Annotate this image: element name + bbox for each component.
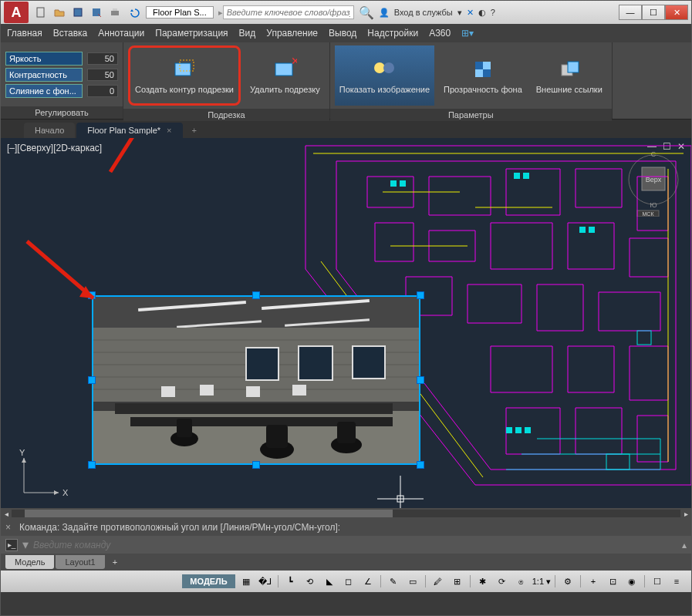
grip-bot-right[interactable] <box>417 461 424 469</box>
cmd-close-icon[interactable]: × <box>5 522 11 533</box>
menu-annotate[interactable]: Аннотации <box>98 28 144 39</box>
fade-label[interactable]: Слияние с фон... <box>5 84 83 98</box>
tpy-icon[interactable]: ▭ <box>404 573 421 590</box>
open-icon[interactable] <box>52 5 67 20</box>
ws-icon[interactable]: ⚙ <box>559 573 576 590</box>
brightness-label[interactable]: Яркость <box>5 52 83 66</box>
fade-value[interactable]: 0 <box>87 85 118 97</box>
angle-icon[interactable]: ∠ <box>360 573 376 590</box>
customize-icon[interactable]: ≡ <box>668 573 685 590</box>
create-clip-button[interactable]: Создать контур подрезки <box>128 45 241 106</box>
ann-vis-icon[interactable]: ✱ <box>474 573 491 590</box>
contrast-value[interactable]: 50 <box>87 69 118 81</box>
grip-bot-mid[interactable] <box>252 461 260 469</box>
view-label[interactable]: [–][Сверху][2D-каркас] <box>7 143 102 153</box>
ortho-icon[interactable]: ┗ <box>282 573 299 590</box>
hw-icon[interactable]: ◉ <box>623 573 640 590</box>
panel-clip: Создать контур подрезки ✕ Удалить подрез… <box>123 42 330 119</box>
svg-rect-23 <box>637 331 651 345</box>
iso-icon[interactable]: ⊡ <box>604 573 621 590</box>
search-input[interactable] <box>223 5 354 19</box>
isodraft-icon[interactable]: ◣ <box>321 573 338 590</box>
menu-insert[interactable]: Вставка <box>53 28 88 39</box>
close-button[interactable]: ✕ <box>665 5 688 20</box>
menu-a360[interactable]: A360 <box>429 28 451 39</box>
document-title[interactable]: Floor Plan S... <box>146 6 214 19</box>
a360-icon[interactable]: ◐ <box>478 8 486 18</box>
ann-scale-icon[interactable]: ⍟ <box>513 573 530 590</box>
grip-bot-left[interactable] <box>88 461 96 469</box>
grip-mid-right[interactable] <box>417 376 424 384</box>
layout-add[interactable]: + <box>106 555 123 569</box>
menu-output[interactable]: Вывод <box>329 28 356 39</box>
minimize-button[interactable]: — <box>619 5 642 20</box>
menu-view[interactable]: Вид <box>239 28 256 39</box>
svg-rect-15 <box>568 62 579 72</box>
layout-tab-layout1[interactable]: Layout1 <box>56 555 104 569</box>
cmd-prompt-icon[interactable]: ▸_ <box>5 539 18 551</box>
app-logo[interactable]: A <box>4 2 29 23</box>
clean-icon[interactable]: ☐ <box>649 573 666 590</box>
polar-icon[interactable]: ⟲ <box>302 573 319 590</box>
selected-image[interactable] <box>92 295 420 465</box>
svg-rect-25 <box>390 180 397 187</box>
filetab-close-icon[interactable]: × <box>167 126 171 135</box>
contrast-label[interactable]: Контрастность <box>5 68 83 82</box>
menu-featured[interactable]: ⊞▾ <box>461 28 474 39</box>
xrefs-icon <box>557 57 582 82</box>
transparency-button[interactable]: Прозрачность фона <box>439 45 527 106</box>
svg-text:✕: ✕ <box>291 57 297 67</box>
grid-icon[interactable]: ▦ <box>238 573 255 590</box>
cmd-recent-icon[interactable]: ▴ <box>682 540 687 550</box>
menu-manage[interactable]: Управление <box>266 28 318 39</box>
svg-rect-48 <box>200 385 214 396</box>
grip-top-left[interactable] <box>88 291 96 299</box>
svg-rect-31 <box>506 427 512 433</box>
scale-label[interactable]: 1:1 <box>532 577 544 586</box>
show-image-button[interactable]: Показать изображение <box>335 45 434 106</box>
cursor-crosshair <box>377 476 424 508</box>
grip-top-right[interactable] <box>417 291 424 299</box>
user-icon[interactable]: 👤 <box>379 8 390 18</box>
snap-icon[interactable]: �⅃ <box>257 573 274 590</box>
svg-rect-26 <box>400 180 406 187</box>
new-icon[interactable] <box>33 5 49 20</box>
drawing-canvas[interactable]: [–][Сверху][2D-каркас] — ☐ ✕ С Верх Ю МС… <box>1 138 691 508</box>
menu-parametric[interactable]: Параметризация <box>155 28 228 39</box>
help-icon[interactable]: ? <box>491 8 495 17</box>
menu-main[interactable]: Главная <box>7 28 42 39</box>
command-input[interactable] <box>33 540 677 550</box>
xrefs-button[interactable]: Внешние ссылки <box>532 45 607 106</box>
search-icon[interactable]: 🔍 <box>359 5 374 20</box>
undo-icon[interactable] <box>126 5 141 20</box>
svg-text:X: X <box>62 488 69 497</box>
filetab-add[interactable]: + <box>184 123 204 138</box>
exchange-icon[interactable]: ✕ <box>467 8 474 18</box>
remove-clip-button[interactable]: ✕ Удалить подрезку <box>245 45 325 106</box>
grip-top-mid[interactable] <box>252 291 260 299</box>
add-icon[interactable]: + <box>585 573 602 590</box>
maximize-button[interactable]: ☐ <box>642 5 665 20</box>
layout-tab-model[interactable]: Модель <box>5 555 54 569</box>
menu-addons[interactable]: Надстройки <box>367 28 418 39</box>
filetab-start[interactable]: Начало <box>24 123 75 138</box>
login-link[interactable]: Вход в службы <box>394 8 453 17</box>
svg-rect-52 <box>177 419 192 437</box>
sc-icon[interactable]: ⊞ <box>449 573 466 590</box>
status-model[interactable]: МОДЕЛЬ <box>182 574 235 588</box>
ucs-icon[interactable]: X Y <box>16 446 70 500</box>
ann-auto-icon[interactable]: ⟳ <box>494 573 511 590</box>
svg-text:Y: Y <box>19 448 25 457</box>
qp-icon[interactable]: 🖉 <box>430 573 447 590</box>
lwt-icon[interactable]: ✎ <box>385 573 402 590</box>
horizontal-scrollbar[interactable]: ◂ ▸ <box>1 508 691 519</box>
grip-mid-left[interactable] <box>88 376 96 384</box>
svg-rect-50 <box>292 385 306 396</box>
save-icon[interactable] <box>70 5 86 20</box>
filetab-active[interactable]: Floor Plan Sample*× <box>76 123 182 138</box>
command-area: × Команда: Задайте противоположный угол … <box>1 519 691 554</box>
print-icon[interactable] <box>107 5 123 20</box>
osnap-icon[interactable]: ◻ <box>340 573 357 590</box>
brightness-value[interactable]: 50 <box>87 52 118 65</box>
saveas-icon[interactable] <box>89 5 104 20</box>
